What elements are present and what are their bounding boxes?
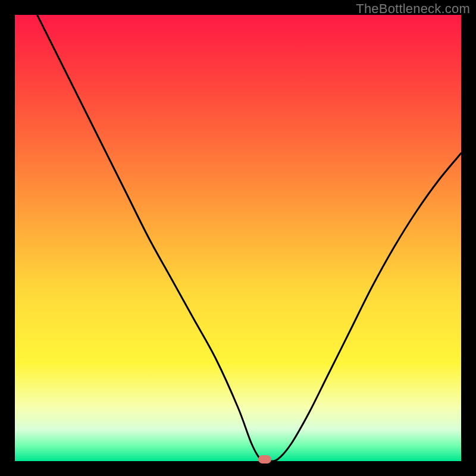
heatmap-background <box>15 15 461 461</box>
watermark-text: TheBottleneck.com <box>356 1 470 17</box>
bottleneck-plot <box>15 15 461 461</box>
chart-frame: TheBottleneck.com <box>0 0 476 476</box>
optimum-marker <box>258 455 271 464</box>
